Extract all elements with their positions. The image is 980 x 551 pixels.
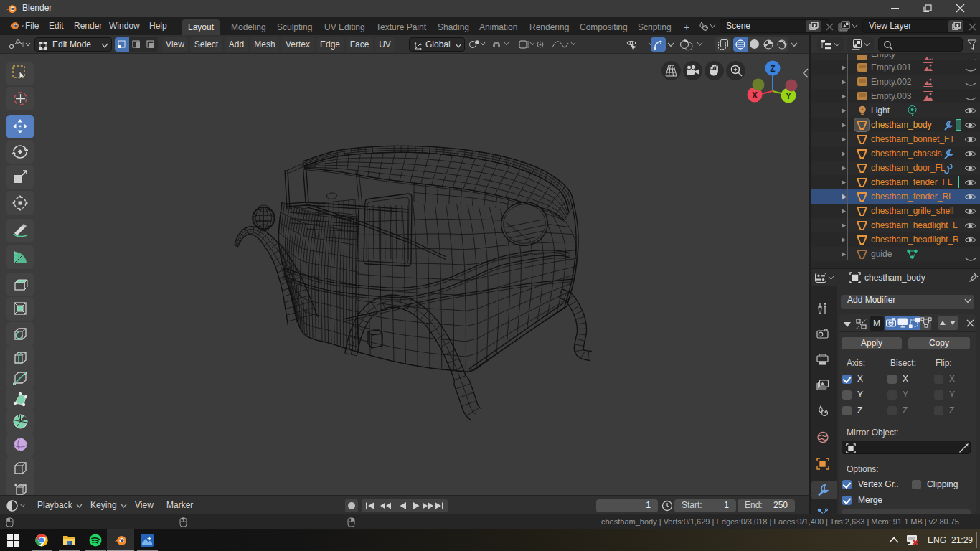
svg-text:X: X [752, 90, 758, 100]
svg-text:Y: Y [786, 91, 791, 101]
svg-text:Z: Z [770, 64, 775, 74]
